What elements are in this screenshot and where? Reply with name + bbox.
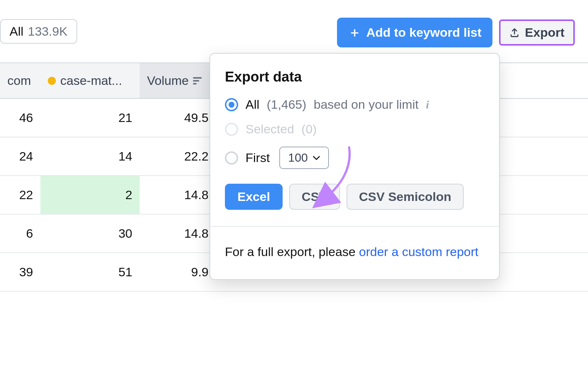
add-to-keyword-list-label: Add to keyword list [366,25,482,40]
export-option-selected: Selected (0) [225,122,484,136]
export-button[interactable]: Export [499,19,575,46]
table-header-volume-label: Volume [147,73,189,88]
export-option-all-label: All [245,97,259,112]
svg-rect-2 [193,83,197,84]
sort-desc-icon [193,77,202,84]
export-csv-button[interactable]: CSV [289,184,340,210]
info-icon[interactable]: i [426,98,429,111]
export-option-selected-label: Selected [245,122,294,136]
cell-case: 21 [40,99,140,137]
export-first-count-select[interactable]: 100 [279,147,329,169]
export-option-all-suffix: based on your limit [314,97,419,112]
export-option-first[interactable]: First 100 [225,147,484,169]
export-option-selected-count: (0) [301,122,317,136]
radio-unselected-icon [225,151,238,165]
cell-com: 24 [0,137,40,175]
cell-com: 22 [0,176,40,214]
cell-com: 46 [0,99,40,137]
export-popover: Export data All (1,465) based on your li… [209,53,500,280]
export-label: Export [525,25,564,40]
plus-icon: ＋ [348,24,361,42]
chevron-down-icon [313,155,320,161]
add-to-keyword-list-button[interactable]: ＋ Add to keyword list [337,18,493,47]
export-excel-label: Excel [237,190,270,204]
radio-selected-icon [225,98,238,111]
dot-icon [48,77,56,85]
export-csv-semicolon-label: CSV Semicolon [359,190,451,204]
export-footer-prefix: For a full export, please [225,245,359,259]
export-option-all[interactable]: All (1,465) based on your limit i [225,97,484,112]
export-excel-button[interactable]: Excel [225,184,283,210]
cell-case: 30 [40,215,140,252]
export-popover-footer: For a full export, please order a custom… [210,226,499,279]
export-option-first-label: First [245,151,270,165]
order-custom-report-link[interactable]: order a custom report [359,245,478,259]
toolbar: All 133.9K ＋ Add to keyword list Export [0,0,588,28]
export-csv-semicolon-button[interactable]: CSV Semicolon [347,184,464,210]
svg-rect-0 [193,77,202,79]
export-csv-label: CSV [302,190,327,204]
cell-com: 6 [0,215,40,252]
top-actions: ＋ Add to keyword list Export [337,18,575,47]
table-header-case-label: case-mat... [60,73,122,88]
cell-case: 51 [40,253,140,291]
all-filter-count: 133.9K [28,24,68,39]
all-filter-label: All [10,24,24,39]
svg-rect-1 [193,80,199,82]
export-popover-title: Export data [225,69,484,85]
export-icon [509,28,520,38]
export-option-all-count: (1,465) [267,97,306,112]
table-header-com-label: com [7,73,31,88]
export-format-buttons: Excel CSV CSV Semicolon [225,184,484,210]
all-filter-pill[interactable]: All 133.9K [0,19,77,44]
table-header-case-mate[interactable]: case-mat... [40,63,140,98]
cell-case: 2 [40,176,140,214]
export-first-count-value: 100 [288,151,308,165]
cell-com: 39 [0,253,40,291]
table-header-com[interactable]: com [0,63,40,98]
radio-unselected-icon [225,123,238,136]
cell-case: 14 [40,137,140,175]
